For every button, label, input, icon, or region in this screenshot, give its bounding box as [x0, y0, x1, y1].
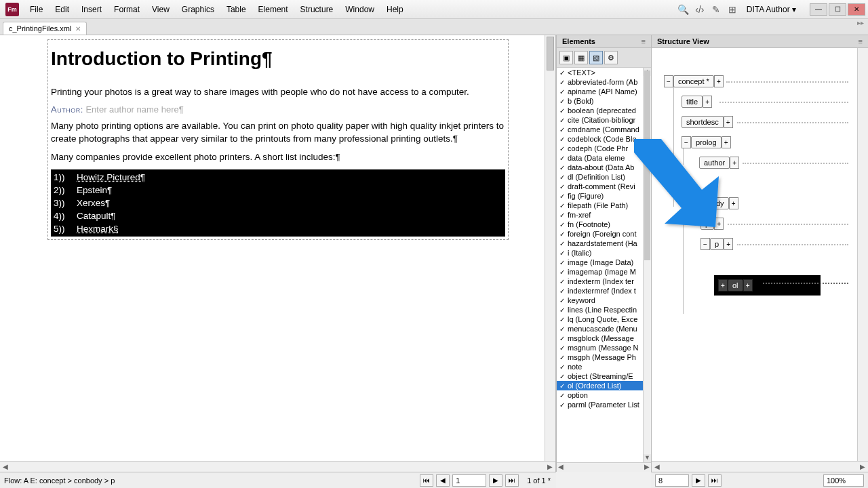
- document-page[interactable]: Introduction to Printing¶ Printing your …: [47, 39, 509, 240]
- element-list-item[interactable]: ✓fn (Footnote): [557, 220, 651, 229]
- node-shortdesc[interactable]: shortdesc +: [682, 116, 733, 128]
- paragraph[interactable]: Printing your photos is a great way to s…: [51, 86, 505, 99]
- element-list-item[interactable]: ✓b (Bold): [557, 96, 651, 106]
- search-icon[interactable]: 🔍: [677, 3, 690, 16]
- maximize-button[interactable]: ☐: [829, 3, 846, 16]
- element-list-item[interactable]: ✓foreign (Foreign cont: [557, 229, 651, 239]
- layout-icon[interactable]: ⊞: [726, 3, 738, 16]
- expand-button[interactable]: +: [730, 157, 739, 169]
- element-list-item[interactable]: ✓fm-xref: [557, 210, 651, 220]
- sv-vertical-scrollbar[interactable]: [857, 48, 868, 461]
- next-page-button[interactable]: ▶: [489, 474, 502, 487]
- element-list-item[interactable]: ✓codeblock (Code Blo: [557, 134, 651, 144]
- node-p[interactable]: p +: [701, 218, 724, 230]
- page-input[interactable]: [452, 474, 486, 487]
- element-list-item[interactable]: ✓lines (Line Respectin: [557, 305, 651, 314]
- expand-button[interactable]: +: [743, 279, 753, 291]
- element-list-item[interactable]: ✓cmdname (Command: [557, 125, 651, 134]
- minimize-button[interactable]: —: [810, 3, 827, 16]
- elements-panel-header[interactable]: Elements ≡: [557, 35, 651, 48]
- menu-element[interactable]: Element: [253, 2, 294, 17]
- code-icon[interactable]: ‹/›: [694, 3, 706, 16]
- element-list-item[interactable]: ✓filepath (File Path): [557, 201, 651, 210]
- list-item[interactable]: 2))Epstein¶: [51, 184, 505, 197]
- element-list-item[interactable]: ✓data-about (Data Ab: [557, 163, 651, 172]
- list-item[interactable]: 1))Howitz Pictured¶: [51, 171, 505, 184]
- horizontal-scrollbar[interactable]: ◀ ▶: [0, 461, 555, 472]
- element-list-item[interactable]: ✓hazardstatement (Ha: [557, 239, 651, 248]
- sv-last-page-button[interactable]: ⏭: [708, 474, 722, 487]
- element-list-item[interactable]: ✓codeph (Code Phr: [557, 144, 651, 153]
- document-title[interactable]: Introduction to Printing¶: [51, 48, 505, 70]
- file-tab[interactable]: c_PrintingFiles.xml ✕: [3, 22, 87, 35]
- elements-scrollbar[interactable]: ▲ ▼: [643, 68, 651, 462]
- node-conbody[interactable]: − conbody +: [682, 197, 738, 209]
- node-concept[interactable]: − concept * +: [664, 75, 724, 87]
- options-button[interactable]: ⚙: [604, 51, 618, 64]
- prev-page-button[interactable]: ◀: [436, 474, 450, 487]
- author-line[interactable]: Author: Enter author name here¶: [51, 104, 505, 115]
- element-list-item[interactable]: ✓cite (Citation-bibliogr: [557, 115, 651, 125]
- element-list-item[interactable]: ✓menucascade (Menu: [557, 324, 651, 333]
- zoom-input[interactable]: [823, 474, 864, 487]
- element-list-item[interactable]: ✓imagemap (Image M: [557, 267, 651, 277]
- collapse-button[interactable]: −: [682, 136, 691, 148]
- expand-button[interactable]: +: [729, 197, 738, 209]
- node-prolog[interactable]: − prolog +: [682, 136, 731, 148]
- element-list-item[interactable]: ✓dl (Definition List): [557, 172, 651, 182]
- insert-element-button[interactable]: ▣: [559, 51, 573, 64]
- element-list-item[interactable]: ✓data (Data eleme: [557, 153, 651, 163]
- sv-horizontal-scrollbar[interactable]: ◀ ▶: [652, 461, 868, 472]
- expand-button[interactable]: +: [703, 96, 712, 108]
- element-list-item[interactable]: ✓parml (Parameter List: [557, 400, 651, 409]
- change-element-button[interactable]: ▧: [589, 51, 603, 64]
- author-placeholder[interactable]: Enter author name here¶: [85, 104, 183, 115]
- element-list-item[interactable]: ✓msgph (Message Ph: [557, 352, 651, 362]
- collapse-button[interactable]: −: [682, 197, 691, 209]
- element-list-item[interactable]: ✓option: [557, 390, 651, 400]
- panel-menu-icon[interactable]: ≡: [859, 37, 863, 45]
- menu-file[interactable]: File: [24, 2, 48, 17]
- sv-page-input[interactable]: [655, 474, 689, 487]
- collapse-button[interactable]: −: [664, 75, 673, 87]
- panel-menu-icon[interactable]: ≡: [642, 37, 646, 45]
- structure-view-body[interactable]: − concept * + title + shortdesc + − prol…: [652, 48, 868, 472]
- selected-list[interactable]: 1))Howitz Pictured¶ 2))Epstein¶ 3))Xerxe…: [51, 169, 505, 237]
- list-item[interactable]: 5))Hexmark§: [51, 222, 505, 235]
- menu-help[interactable]: Help: [381, 2, 409, 17]
- expand-button[interactable]: +: [718, 279, 728, 291]
- element-list-item[interactable]: ✓boolean (deprecated: [557, 106, 651, 115]
- element-list-item[interactable]: ✓keyword: [557, 296, 651, 305]
- element-list-item[interactable]: ✓msgblock (Message: [557, 333, 651, 343]
- menu-structure[interactable]: Structure: [295, 2, 339, 17]
- scroll-left-icon[interactable]: ◀: [558, 463, 564, 472]
- paragraph[interactable]: Many companies provide excellent photo p…: [51, 151, 505, 164]
- pencil-icon[interactable]: ✎: [710, 3, 722, 16]
- last-page-button[interactable]: ⏭: [505, 474, 519, 487]
- menu-view[interactable]: View: [146, 2, 175, 17]
- expand-button[interactable]: +: [714, 218, 724, 230]
- paragraph[interactable]: Many photo printing options are availabl…: [51, 120, 505, 146]
- scroll-left-icon[interactable]: ◀: [0, 463, 11, 470]
- scroll-down-icon[interactable]: ▼: [644, 454, 651, 462]
- element-list-item[interactable]: ✓object (Streaming/E: [557, 371, 651, 381]
- wrap-element-button[interactable]: ▦: [574, 51, 588, 64]
- menu-format[interactable]: Format: [108, 2, 145, 17]
- elements-bottom-scrollbar[interactable]: ◀ ▶: [557, 462, 651, 472]
- node-ol-selected[interactable]: + ol +: [714, 275, 821, 296]
- workspace-dropdown[interactable]: DITA Author ▾: [743, 3, 800, 16]
- expand-button[interactable]: +: [724, 116, 733, 128]
- element-list-item[interactable]: ✓abbreviated-form (Ab: [557, 77, 651, 87]
- expand-button[interactable]: +: [714, 75, 724, 87]
- vertical-scrollbar[interactable]: [545, 35, 555, 461]
- element-list-item[interactable]: ✓msgnum (Message N: [557, 343, 651, 352]
- elements-list[interactable]: ✓<TEXT>✓abbreviated-form (Ab✓apiname (AP…: [557, 68, 651, 462]
- list-item[interactable]: 3))Xerxes¶: [51, 197, 505, 209]
- element-list-item[interactable]: ✓draft-comment (Revi: [557, 182, 651, 191]
- first-page-button[interactable]: ⏮: [420, 474, 433, 487]
- sv-next-page-button[interactable]: ▶: [692, 474, 705, 487]
- element-list-item[interactable]: ✓apiname (API Name): [557, 87, 651, 96]
- menu-graphics[interactable]: Graphics: [176, 2, 220, 17]
- element-list-item[interactable]: ✓indextermref (Index t: [557, 286, 651, 296]
- menu-window[interactable]: Window: [340, 2, 380, 17]
